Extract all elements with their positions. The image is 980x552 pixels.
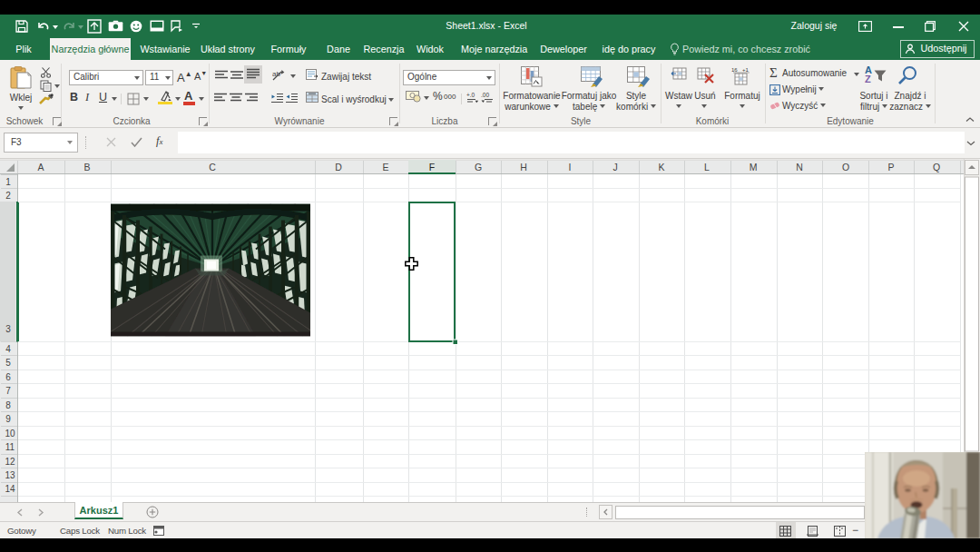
svg-text:8: 8 <box>5 400 11 410</box>
svg-text:+1: +1 <box>742 67 750 73</box>
svg-text:2: 2 <box>5 191 11 201</box>
svg-text:C: C <box>209 162 216 172</box>
svg-text:F: F <box>429 162 435 172</box>
svg-text:O: O <box>842 162 849 172</box>
svg-text:+.0: +.0 <box>466 92 475 98</box>
svg-text:D: D <box>335 162 342 172</box>
svg-text:P: P <box>887 162 894 172</box>
svg-text:7: 7 <box>5 386 11 396</box>
svg-text:A: A <box>37 162 44 172</box>
svg-text:.00: .00 <box>481 92 489 98</box>
svg-text:6: 6 <box>5 372 11 382</box>
svg-text:13: 13 <box>5 470 15 480</box>
svg-text:10: 10 <box>5 429 15 439</box>
svg-text:I: I <box>569 162 572 172</box>
svg-text:16: 16 <box>731 67 738 73</box>
svg-text:E: E <box>382 162 388 172</box>
svg-text:J: J <box>612 162 617 172</box>
svg-text:K: K <box>658 162 664 172</box>
svg-text:11: 11 <box>5 442 15 452</box>
svg-text:9: 9 <box>5 414 11 424</box>
svg-text:N: N <box>796 162 803 172</box>
svg-text:12: 12 <box>5 457 15 467</box>
svg-text:L: L <box>704 162 710 172</box>
svg-text:14: 14 <box>5 484 15 494</box>
svg-text:Q: Q <box>933 162 940 172</box>
svg-text:M: M <box>750 162 758 172</box>
svg-text:B: B <box>83 162 90 172</box>
svg-text:1: 1 <box>5 177 11 187</box>
svg-text:3: 3 <box>5 324 11 334</box>
svg-text:4: 4 <box>5 344 11 354</box>
svg-text:H: H <box>520 162 527 172</box>
svg-text:G: G <box>475 162 482 172</box>
svg-text:5: 5 <box>5 358 11 368</box>
svg-text:ab: ab <box>272 70 280 78</box>
